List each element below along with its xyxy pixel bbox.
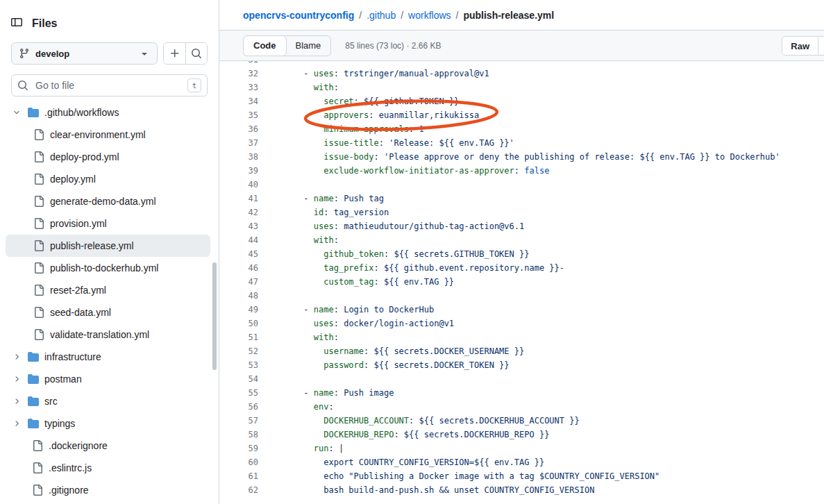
- line-number[interactable]: 39: [219, 164, 269, 178]
- code-text: approvers: euanmillar,rikukissa: [269, 108, 479, 122]
- tree-item-.eslintrc.js[interactable]: .eslintrc.js: [6, 457, 210, 479]
- tree-item-.gitignore[interactable]: .gitignore: [6, 479, 210, 501]
- line-number[interactable]: 49: [219, 303, 269, 317]
- chevron-right-icon[interactable]: [11, 419, 22, 428]
- line-number[interactable]: 40: [219, 178, 269, 192]
- line-number[interactable]: 31: [219, 61, 269, 67]
- code-line: 37 issue-title: 'Release: ${{ env.TAG }}…: [219, 136, 824, 150]
- chevron-right-icon[interactable]: [11, 375, 22, 383]
- line-number[interactable]: 57: [219, 414, 269, 428]
- code-text: - name: Login to DockerHub: [269, 303, 434, 317]
- line-number[interactable]: 45: [219, 247, 269, 261]
- line-number[interactable]: 62: [219, 483, 269, 497]
- line-number[interactable]: 61: [219, 469, 269, 483]
- file-icon: [33, 151, 44, 162]
- tree-item-.dockerignore[interactable]: .dockerignore: [6, 435, 210, 457]
- line-number[interactable]: 50: [219, 317, 269, 330]
- tree-item-deploy-prod.yml[interactable]: deploy-prod.yml: [6, 146, 210, 168]
- line-number[interactable]: 44: [219, 233, 269, 247]
- search-repository-button[interactable]: [185, 43, 207, 64]
- line-number[interactable]: 55: [219, 386, 269, 400]
- code-line: 31: [219, 61, 824, 67]
- code-line: 46 tag_prefix: ${{ github.event.reposito…: [219, 261, 824, 275]
- code-line: 59 run: |: [219, 442, 824, 455]
- line-number[interactable]: 35: [219, 108, 269, 122]
- line-number[interactable]: 43: [219, 219, 269, 233]
- line-number[interactable]: 42: [219, 205, 269, 219]
- line-number[interactable]: 59: [219, 442, 269, 455]
- line-number[interactable]: 34: [219, 94, 269, 108]
- tree-item-validate-translation.yml[interactable]: validate-translation.yml: [6, 324, 210, 346]
- tree-item-postman[interactable]: postman: [6, 368, 210, 390]
- add-file-button[interactable]: [164, 43, 185, 64]
- copy-raw-button[interactable]: [818, 37, 824, 55]
- line-number[interactable]: 48: [219, 289, 269, 303]
- chevron-right-icon[interactable]: [11, 397, 22, 405]
- breadcrumb-link[interactable]: workflows: [408, 10, 451, 21]
- file-icon: [33, 240, 44, 251]
- code-text: issue-title: 'Release: ${{ env.TAG }}': [269, 136, 514, 150]
- line-number[interactable]: 33: [219, 81, 269, 94]
- tree-item-typings[interactable]: typings: [6, 412, 210, 435]
- collapse-sidebar-button[interactable]: [11, 17, 22, 30]
- line-number[interactable]: 41: [219, 192, 269, 205]
- go-to-file-input[interactable]: [34, 79, 182, 92]
- code-text: password: ${{ secrets.DOCKER_TOKEN }}: [269, 358, 510, 372]
- tree-item-publish-to-dockerhub.yml[interactable]: publish-to-dockerhub.yml: [6, 257, 210, 279]
- tree-item-provision.yml[interactable]: provision.yml: [6, 212, 210, 235]
- line-number[interactable]: 46: [219, 261, 269, 275]
- chevron-right-icon[interactable]: [11, 353, 22, 361]
- code-text: with:: [269, 330, 339, 344]
- tab-blame[interactable]: Blame: [286, 36, 331, 56]
- line-number[interactable]: 54: [219, 372, 269, 386]
- line-number[interactable]: 56: [219, 400, 269, 414]
- tree-item-label: deploy-prod.yml: [50, 151, 119, 162]
- tree-item-.github-workflows[interactable]: .github/workflows: [6, 101, 210, 124]
- chevron-down-icon[interactable]: [11, 108, 22, 117]
- code-text: DOCKERHUB_REPO: ${{ secrets.DOCKERHUB_RE…: [269, 428, 549, 442]
- line-number[interactable]: 47: [219, 275, 269, 289]
- sidebar-scrollbar-thumb[interactable]: [212, 262, 217, 370]
- main-panel: opencrvs-countryconfig/.github/workflows…: [219, 0, 824, 504]
- line-number[interactable]: 58: [219, 428, 269, 442]
- tree-item-label: postman: [44, 373, 82, 385]
- code-text: issue-body: 'Please approve or deny the …: [269, 150, 780, 164]
- tree-item-deploy.yml[interactable]: deploy.yml: [6, 168, 210, 190]
- code-line: 49 - name: Login to DockerHub: [219, 303, 824, 317]
- breadcrumb-separator: /: [456, 10, 459, 21]
- breadcrumb-link[interactable]: opencrvs-countryconfig: [243, 10, 354, 21]
- tree-item-generate-demo-data.yml[interactable]: generate-demo-data.yml: [6, 190, 210, 212]
- line-number[interactable]: 60: [219, 455, 269, 469]
- file-icon: [32, 485, 43, 496]
- tab-code[interactable]: Code: [243, 35, 287, 56]
- code-text: secret: ${{ github.TOKEN }}: [269, 94, 459, 108]
- tree-item-label: src: [44, 396, 58, 407]
- plus-icon: [169, 48, 180, 59]
- raw-button[interactable]: Raw: [782, 37, 818, 55]
- tree-item-infrastructure[interactable]: infrastructure: [6, 346, 210, 368]
- file-icon: [32, 440, 43, 451]
- code-line: 56 env:: [219, 400, 824, 414]
- code-line: 62 bash build-and-push.sh && unset COUNT…: [219, 483, 824, 497]
- go-to-file-box[interactable]: t: [11, 74, 208, 96]
- code-text: DOCKERHUB_ACCOUNT: ${{ secrets.DOCKERHUB…: [269, 414, 580, 428]
- line-number[interactable]: 37: [219, 136, 269, 150]
- line-number[interactable]: 51: [219, 330, 269, 344]
- tree-item-clear-environment.yml[interactable]: clear-environment.yml: [6, 124, 210, 146]
- code-line: 43 uses: mathieudutour/github-tag-action…: [219, 219, 824, 233]
- tree-item-src[interactable]: src: [6, 390, 210, 412]
- tree-item-reset-2fa.yml[interactable]: reset-2fa.yml: [6, 279, 210, 301]
- code-text: tag_prefix: ${{ github.event.repository.…: [269, 261, 564, 275]
- line-number[interactable]: 36: [219, 122, 269, 136]
- tree-item-publish-release.yml[interactable]: publish-release.yml: [6, 235, 210, 257]
- code-line: 35 approvers: euanmillar,rikukissa: [219, 108, 824, 122]
- breadcrumb-link[interactable]: .github: [367, 10, 396, 21]
- tree-item-seed-data.yml[interactable]: seed-data.yml: [6, 301, 210, 324]
- line-number[interactable]: 32: [219, 67, 269, 81]
- line-number[interactable]: 53: [219, 358, 269, 372]
- shortcut-key-badge: t: [187, 78, 201, 92]
- file-icon: [33, 196, 44, 207]
- branch-selector[interactable]: develop: [11, 42, 158, 65]
- line-number[interactable]: 52: [219, 344, 269, 358]
- line-number[interactable]: 38: [219, 150, 269, 164]
